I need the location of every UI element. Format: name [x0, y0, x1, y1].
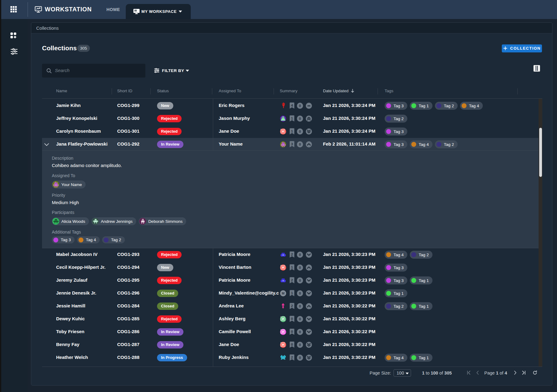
svg-text:1: 1 — [291, 129, 293, 133]
svg-text:4: 4 — [291, 104, 293, 107]
svg-text:0: 0 — [299, 291, 301, 295]
svg-text:0: 0 — [299, 266, 301, 269]
svg-text:0: 0 — [299, 143, 301, 146]
svg-text:0: 0 — [299, 330, 301, 334]
svg-text:0: 0 — [291, 317, 293, 321]
svg-text:0: 0 — [299, 253, 301, 257]
svg-text:0: 0 — [299, 117, 301, 120]
svg-text:2: 2 — [291, 253, 293, 256]
svg-text:1: 1 — [291, 116, 293, 120]
svg-text:0: 0 — [299, 104, 301, 108]
svg-text:3: 3 — [291, 142, 293, 146]
svg-text:2: 2 — [291, 304, 293, 308]
svg-text:0: 0 — [299, 317, 301, 321]
svg-text:2: 2 — [291, 278, 293, 282]
svg-text:0: 0 — [299, 130, 301, 133]
svg-text:2: 2 — [291, 356, 293, 359]
svg-text:0: 0 — [291, 343, 293, 346]
svg-text:1: 1 — [291, 265, 293, 269]
svg-text:0: 0 — [299, 343, 301, 347]
svg-text:0: 0 — [299, 356, 301, 360]
svg-text:M: M — [282, 291, 284, 295]
svg-text:0: 0 — [291, 330, 293, 333]
svg-text:1: 1 — [291, 291, 293, 295]
svg-text:0: 0 — [299, 279, 301, 282]
svg-text:0: 0 — [299, 304, 301, 308]
